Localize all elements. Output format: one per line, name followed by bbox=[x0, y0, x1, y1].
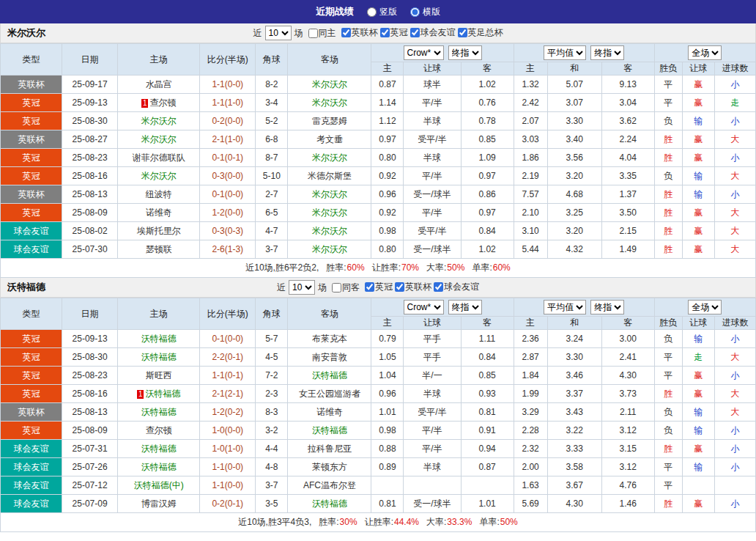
match-date: 25-08-23 bbox=[62, 149, 118, 167]
league-badge: 英冠 bbox=[1, 367, 62, 385]
league-filter[interactable]: 球会友谊 bbox=[410, 26, 456, 39]
corners: 5-10 bbox=[256, 167, 288, 185]
result-goals: 大 bbox=[714, 348, 755, 367]
col-corner: 角球 bbox=[256, 298, 288, 330]
league-badge: 英联杯 bbox=[1, 185, 62, 204]
col-result-wdl: 胜负 bbox=[654, 62, 682, 76]
euro-draw-odds: 3.37 bbox=[547, 385, 601, 403]
asian-stage-select[interactable]: 终指 bbox=[448, 45, 482, 60]
scope-select[interactable]: 全场 bbox=[688, 45, 722, 60]
home-team: 博雷汉姆 bbox=[118, 495, 200, 513]
same-venue-checkbox[interactable] bbox=[308, 29, 318, 38]
col-away: 客场 bbox=[288, 44, 371, 76]
euro-away-odds: 3.35 bbox=[601, 167, 654, 185]
league-label: 球会友谊 bbox=[444, 281, 479, 293]
asian-away-odds: 0.78 bbox=[461, 112, 514, 130]
asian-home-odds: 0.97 bbox=[371, 130, 404, 149]
euro-average-select[interactable]: 平均值 bbox=[544, 300, 586, 314]
home-team: 沃特福德 bbox=[118, 330, 200, 348]
same-venue-filter[interactable]: 同主 bbox=[308, 27, 336, 40]
league-badge: 英冠 bbox=[1, 167, 62, 185]
result-wdl: 胜 bbox=[654, 185, 682, 204]
result-handicap bbox=[682, 476, 714, 495]
rank-badge: 1 bbox=[141, 99, 149, 108]
asian-away-odds: 0.84 bbox=[461, 222, 514, 240]
euro-home-odds: 3.03 bbox=[514, 130, 547, 149]
league-filter[interactable]: 英联杯 bbox=[395, 281, 431, 293]
match-count-select[interactable]: 10 bbox=[289, 280, 315, 295]
league-filter[interactable]: 球会友谊 bbox=[434, 281, 479, 293]
corners: 8-7 bbox=[256, 149, 288, 167]
euro-draw-odds: 3.46 bbox=[547, 367, 601, 385]
summary-stat-label: 大率: bbox=[426, 262, 446, 273]
league-checkbox[interactable] bbox=[365, 282, 374, 292]
scope-select[interactable]: 全场 bbox=[688, 300, 722, 314]
col-asian-home: 主 bbox=[371, 62, 404, 76]
score: 0-1(0-0) bbox=[200, 185, 256, 204]
match-row: 英冠25-09-13沃特福德0-1(0-0)5-7布莱克本0.79平手1.112… bbox=[1, 330, 756, 348]
team-name-text: 诺维奇 bbox=[316, 407, 343, 417]
league-filter[interactable]: 英冠 bbox=[380, 26, 408, 39]
match-row: 球会友谊25-07-12沃特福德(中)1-1(0-0)3-7AFC温布尔登1.6… bbox=[1, 476, 756, 495]
asian-home-odds: 0.89 bbox=[371, 458, 404, 476]
league-checkbox[interactable] bbox=[458, 28, 467, 37]
league-filter[interactable]: 英足总杯 bbox=[458, 26, 503, 39]
euro-away-odds: 3.12 bbox=[601, 458, 654, 476]
league-badge: 英冠 bbox=[1, 330, 62, 348]
col-asian-handicap: 让球 bbox=[404, 317, 461, 330]
asian-home-odds: 0.92 bbox=[371, 204, 404, 222]
match-count-select[interactable]: 10 bbox=[265, 26, 292, 40]
team-name-text: 查尔顿 bbox=[146, 425, 172, 435]
vertical-layout-radio[interactable] bbox=[367, 7, 377, 17]
col-score-half: 比分(半场) bbox=[200, 44, 256, 76]
result-handicap: 输 bbox=[682, 167, 714, 185]
league-badge: 球会友谊 bbox=[1, 240, 62, 259]
bookmaker-select[interactable]: Crow* bbox=[404, 300, 444, 314]
euro-home-odds: 2.87 bbox=[514, 348, 547, 367]
team-name-text: 沃特福德 bbox=[312, 425, 347, 435]
col-asian-away: 客 bbox=[461, 317, 514, 330]
asian-stage-select[interactable]: 终指 bbox=[448, 300, 482, 314]
result-wdl: 胜 bbox=[654, 130, 682, 149]
same-venue-label: 同客 bbox=[342, 281, 360, 294]
match-date: 25-08-02 bbox=[62, 222, 118, 240]
layout-option-horizontal[interactable]: 横版 bbox=[410, 6, 440, 18]
team-name-text: 布莱克本 bbox=[312, 334, 347, 344]
asian-home-odds: 1.04 bbox=[371, 367, 404, 385]
col-euro-draw: 和 bbox=[547, 317, 601, 330]
league-checkbox[interactable] bbox=[410, 28, 420, 37]
league-checkbox[interactable] bbox=[341, 28, 351, 37]
team-name-text: 沃特福德 bbox=[145, 389, 180, 399]
horizontal-layout-radio[interactable] bbox=[410, 7, 420, 17]
summary-stat-label: 大率: bbox=[426, 517, 446, 527]
matches-table: 类型 日期 主场 比分(半场) 角球 客场 Crow* 终指 平均值 终指 bbox=[0, 43, 756, 278]
league-filter[interactable]: 英冠 bbox=[365, 281, 393, 293]
league-checkbox[interactable] bbox=[395, 282, 404, 292]
summary-row: 近10场,胜3平4负3,胜率:30%让胜率:44.4%大率:33.3%单率:50… bbox=[1, 513, 756, 532]
same-venue-filter[interactable]: 同客 bbox=[332, 281, 360, 294]
summary-stat-value: 60% bbox=[493, 262, 511, 273]
asian-handicap: 平/半 bbox=[404, 422, 461, 440]
euro-average-select[interactable]: 平均值 bbox=[544, 45, 586, 60]
league-badge: 英冠 bbox=[1, 422, 62, 440]
league-checkbox[interactable] bbox=[380, 28, 390, 37]
league-checkbox[interactable] bbox=[434, 282, 443, 292]
layout-option-vertical[interactable]: 竖版 bbox=[367, 6, 397, 18]
match-date: 25-08-13 bbox=[62, 403, 118, 422]
bookmaker-select[interactable]: Crow* bbox=[404, 45, 444, 60]
col-score-half: 比分(半场) bbox=[200, 298, 256, 330]
euro-draw-odds: 3.25 bbox=[547, 204, 601, 222]
euro-stage-select[interactable]: 终指 bbox=[590, 45, 624, 60]
summary-stat-value: 50% bbox=[447, 262, 464, 273]
asian-home-odds: 0.96 bbox=[371, 185, 404, 204]
corners: 4-8 bbox=[256, 458, 288, 476]
result-wdl: 负 bbox=[654, 167, 682, 185]
league-filters: 英冠英联杯球会友谊 bbox=[363, 281, 479, 294]
euro-stage-select[interactable]: 终指 bbox=[590, 300, 624, 314]
league-filter[interactable]: 英联杯 bbox=[341, 26, 378, 39]
team-section-millwall: 米尔沃尔 近 10 场 同主 英联杯英冠球会友谊英足总杯 类型 日期 主场 比分… bbox=[0, 23, 756, 278]
asian-away-odds: 0.85 bbox=[461, 367, 514, 385]
asian-away-odds: 0.87 bbox=[461, 458, 514, 476]
same-venue-checkbox[interactable] bbox=[332, 283, 341, 292]
euro-home-odds: 2.00 bbox=[514, 458, 547, 476]
